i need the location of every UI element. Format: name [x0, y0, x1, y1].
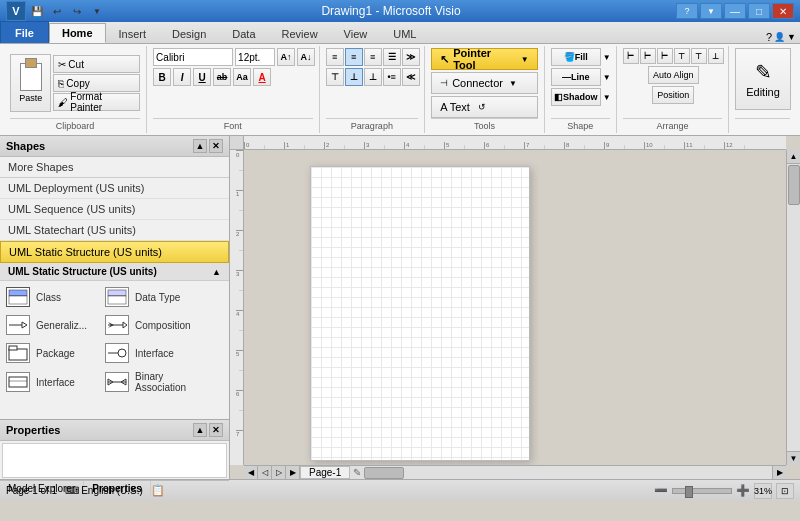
- quick-undo-btn[interactable]: ↩: [48, 3, 66, 19]
- restore-btn[interactable]: □: [748, 3, 770, 19]
- v-scroll-thumb[interactable]: [788, 165, 800, 205]
- shape-package[interactable]: Package: [4, 341, 99, 365]
- grow-font-btn[interactable]: A↑: [277, 48, 295, 66]
- zoom-level-btn[interactable]: 31%: [754, 483, 772, 499]
- line-dropdown[interactable]: ▼: [603, 73, 611, 82]
- align-top-btn[interactable]: ⊤: [326, 68, 344, 86]
- scroll-right-btn[interactable]: ▶: [772, 466, 786, 479]
- scroll-last-page-btn[interactable]: ▶: [286, 466, 300, 479]
- props-close-btn[interactable]: ✕: [209, 423, 223, 437]
- quick-save-btn[interactable]: 💾: [28, 3, 46, 19]
- zoom-out-btn[interactable]: ➖: [654, 484, 668, 497]
- tab-design[interactable]: Design: [159, 23, 219, 43]
- zoom-slider[interactable]: [672, 488, 732, 494]
- category-item-1[interactable]: UML Sequence (US units): [0, 199, 229, 220]
- help-icon[interactable]: ?: [766, 31, 772, 43]
- cut-button[interactable]: ✂ Cut: [53, 55, 140, 73]
- fill-dropdown[interactable]: ▼: [603, 53, 611, 62]
- paste-button[interactable]: Paste: [10, 54, 51, 112]
- pointer-tool-button[interactable]: ↖ Pointer Tool ▼: [431, 48, 538, 70]
- connector-dropdown-icon[interactable]: ▼: [509, 79, 517, 88]
- scroll-prev-page-btn[interactable]: ◁: [258, 466, 272, 479]
- underline-btn[interactable]: U: [193, 68, 211, 86]
- shape-interface2[interactable]: Interface: [4, 370, 99, 394]
- add-page-btn[interactable]: ✎: [350, 466, 364, 479]
- tab-data[interactable]: Data: [219, 23, 268, 43]
- bold-btn[interactable]: B: [153, 68, 171, 86]
- quick-redo-btn[interactable]: ↪: [68, 3, 86, 19]
- scroll-left-btn[interactable]: ◀: [244, 466, 258, 479]
- shadow-btn[interactable]: ◧ Shadow: [551, 88, 601, 106]
- h-scroll-thumb[interactable]: [364, 467, 404, 479]
- shape-class[interactable]: Class: [4, 285, 99, 309]
- category-item-3[interactable]: UML Static Structure (US units): [0, 241, 229, 263]
- align-left-btn[interactable]: ≡: [326, 48, 344, 66]
- outdent-btn[interactable]: ≪: [402, 68, 420, 86]
- shape-binary[interactable]: Binary Association: [103, 369, 198, 395]
- indent-btn[interactable]: ≫: [402, 48, 420, 66]
- tab-file[interactable]: File: [0, 21, 49, 43]
- tab-insert[interactable]: Insert: [106, 23, 160, 43]
- bullet-btn[interactable]: •≡: [383, 68, 401, 86]
- pointer-dropdown-icon[interactable]: ▼: [521, 55, 529, 64]
- language-indicator[interactable]: ⌨ English (U.S.): [65, 485, 143, 496]
- right-scrollbar[interactable]: ▲ ▼: [786, 150, 800, 465]
- zoom-slider-thumb[interactable]: [685, 486, 693, 498]
- fill-btn[interactable]: 🪣 Fill: [551, 48, 601, 66]
- auto-align-btn[interactable]: Auto Align: [648, 66, 699, 84]
- tab-home[interactable]: Home: [49, 23, 106, 43]
- shape-composition[interactable]: Composition: [103, 313, 198, 337]
- shapes-close-btn[interactable]: ✕: [209, 139, 223, 153]
- tab-review[interactable]: Review: [269, 23, 331, 43]
- line-btn[interactable]: — Line: [551, 68, 601, 86]
- shape-generalization[interactable]: Generaliz...: [4, 313, 99, 337]
- fit-page-btn[interactable]: ⊡: [776, 483, 794, 499]
- shrink-font-btn[interactable]: A↓: [297, 48, 315, 66]
- category-item-2[interactable]: UML Statechart (US units): [0, 220, 229, 241]
- shadow-dropdown[interactable]: ▼: [603, 93, 611, 102]
- align1-btn[interactable]: ⊢: [623, 48, 639, 64]
- scroll-next-page-btn[interactable]: ▷: [272, 466, 286, 479]
- list-btn[interactable]: ☰: [383, 48, 401, 66]
- align6-btn[interactable]: ⊥: [708, 48, 724, 64]
- minimize-btn[interactable]: —: [724, 3, 746, 19]
- shape-interface[interactable]: Interface: [103, 341, 198, 365]
- scroll-down-btn[interactable]: ▼: [787, 451, 800, 465]
- font-size-input[interactable]: [235, 48, 275, 66]
- format-painter-button[interactable]: 🖌 Format Painter: [53, 93, 140, 111]
- canvas-area[interactable]: 0 1 2 3 4 5 6 7 8 9 10: [230, 136, 800, 479]
- align-bottom-btn[interactable]: ⊥: [364, 68, 382, 86]
- align5-btn[interactable]: ⊤: [691, 48, 707, 64]
- copy-button[interactable]: ⎘ Copy: [53, 74, 140, 92]
- bottom-scrollbar[interactable]: ◀ ◁ ▷ ▶ Page-1 ✎ ▶: [244, 465, 786, 479]
- shape-datatype[interactable]: Data Type: [103, 285, 198, 309]
- position-btn[interactable]: Position: [652, 86, 694, 104]
- ribbon-options-btn[interactable]: ▼: [787, 32, 796, 42]
- shapes-scroll-up-btn[interactable]: ▲: [193, 139, 207, 153]
- scroll-up-btn[interactable]: ▲: [787, 150, 800, 164]
- italic-btn[interactable]: I: [173, 68, 191, 86]
- align2-btn[interactable]: ⊢: [640, 48, 656, 64]
- align-mid-btn[interactable]: ⊥: [345, 68, 363, 86]
- more-shapes-item[interactable]: More Shapes: [0, 157, 229, 178]
- aa-btn[interactable]: Aa: [233, 68, 251, 86]
- page-tab[interactable]: Page-1: [300, 466, 350, 479]
- align3-btn[interactable]: ⊢: [657, 48, 673, 64]
- connector-button[interactable]: ⊣ Connector ▼: [431, 72, 538, 94]
- font-family-input[interactable]: [153, 48, 233, 66]
- zoom-in-btn[interactable]: ➕: [736, 484, 750, 497]
- quick-more-btn[interactable]: ▼: [88, 3, 106, 19]
- section-scroll-btn[interactable]: ▲: [212, 267, 221, 277]
- proofreading-icon[interactable]: 📋: [151, 484, 165, 497]
- text-tool-button[interactable]: A Text ↺: [431, 96, 538, 118]
- editing-button[interactable]: ✎ Editing: [735, 48, 791, 110]
- align-center-btn[interactable]: ≡: [345, 48, 363, 66]
- tab-view[interactable]: View: [331, 23, 381, 43]
- drawing-canvas[interactable]: [310, 166, 530, 461]
- props-scroll-btn[interactable]: ▲: [193, 423, 207, 437]
- tab-uml[interactable]: UML: [380, 23, 429, 43]
- align4-btn[interactable]: ⊤: [674, 48, 690, 64]
- ribbon-toggle-btn[interactable]: ▼: [700, 3, 722, 19]
- align-right-btn[interactable]: ≡: [364, 48, 382, 66]
- help-btn[interactable]: ?: [676, 3, 698, 19]
